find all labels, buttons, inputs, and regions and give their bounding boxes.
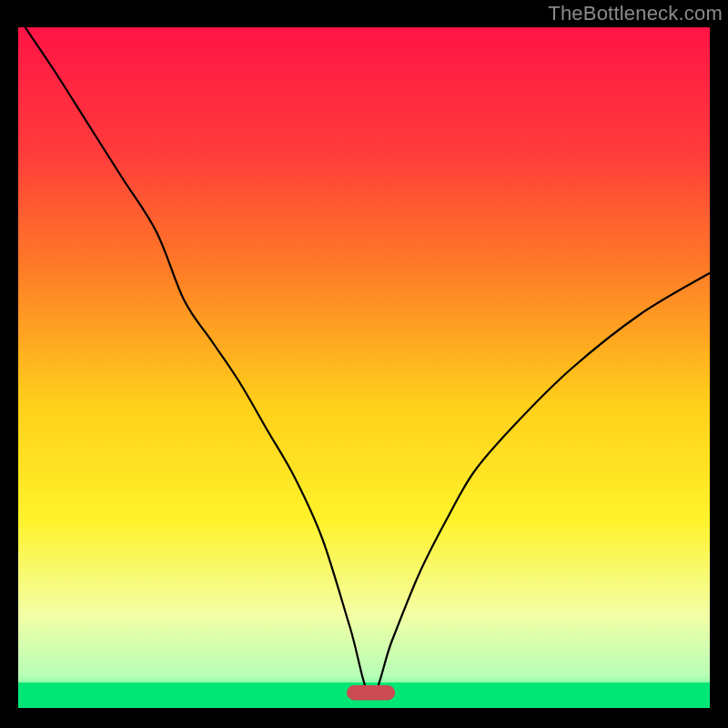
chart-frame: TheBottleneck.com [0,0,728,728]
chart-svg [18,27,710,710]
optimum-marker [347,685,395,701]
plot-area [18,27,710,710]
gradient-background [18,27,710,710]
watermark-text: TheBottleneck.com [548,2,723,25]
